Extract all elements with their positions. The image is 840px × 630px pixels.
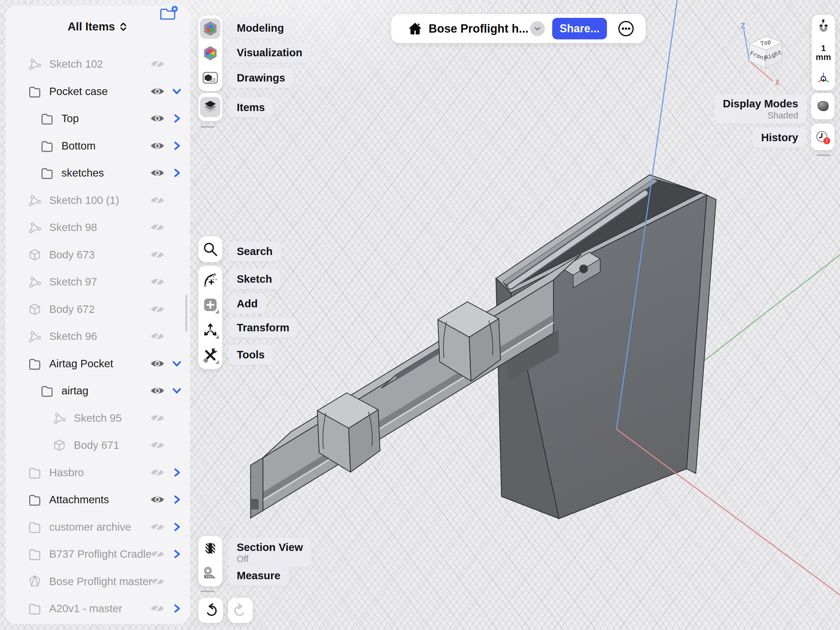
mode-button-visualization[interactable] xyxy=(200,43,221,63)
visibility-toggle[interactable] xyxy=(150,138,165,153)
sidebar-item-sketch-95[interactable]: Sketch 95 xyxy=(6,405,190,432)
toolbar-drag-handle[interactable] xyxy=(201,126,215,128)
sidebar-item-b737-proflight-cradle[interactable]: B737 Proflight Cradle xyxy=(6,540,190,568)
sidebar-item-sketches[interactable]: sketches xyxy=(6,159,190,187)
tools-toolbar xyxy=(198,266,222,369)
color-wheel-icon xyxy=(202,45,219,62)
sidebar-item-hasbro[interactable]: Hasbro xyxy=(6,459,190,486)
expand-chevron[interactable] xyxy=(172,168,182,178)
sidebar-item-body-673[interactable]: Body 673 xyxy=(6,241,190,269)
measure-tape-icon xyxy=(202,565,219,581)
expand-chevron[interactable] xyxy=(172,358,182,369)
new-folder-button[interactable] xyxy=(159,6,178,23)
visibility-toggle[interactable] xyxy=(150,166,165,180)
view-cube[interactable]: Z X Top Front Right xyxy=(736,17,798,88)
grid-unit[interactable]: 1 mm xyxy=(816,44,831,62)
ellipsis-icon[interactable] xyxy=(617,20,635,37)
sidebar-title[interactable]: All Items xyxy=(68,20,115,33)
expand-chevron[interactable] xyxy=(172,549,182,559)
items-button[interactable] xyxy=(200,97,221,117)
document-title[interactable]: Bose Proflight h... xyxy=(429,14,529,43)
tooltip-label: Measure xyxy=(237,570,280,582)
sidebar-item-airtag[interactable]: airtag xyxy=(6,377,190,405)
sidebar-item-sketch-98[interactable]: Sketch 98 xyxy=(6,214,190,241)
expand-chevron[interactable] xyxy=(172,113,182,123)
section-view-icon xyxy=(202,541,219,557)
expand-chevron[interactable] xyxy=(172,467,182,478)
visibility-toggle[interactable] xyxy=(150,57,165,71)
undo-icon xyxy=(203,602,219,618)
visibility-toggle[interactable] xyxy=(150,574,165,589)
sketch-tool-button[interactable] xyxy=(200,269,221,290)
item-label: Sketch 97 xyxy=(49,275,97,288)
add-tool-button[interactable] xyxy=(200,295,221,315)
mode-button-drawings[interactable] xyxy=(200,68,221,88)
visibility-toggle[interactable] xyxy=(150,383,165,398)
item-label: customer archive xyxy=(49,521,131,533)
expand-chevron[interactable] xyxy=(172,141,182,151)
expand-chevron[interactable] xyxy=(172,385,182,396)
visibility-toggle[interactable] xyxy=(150,356,165,371)
sidebar-item-top[interactable]: Top xyxy=(6,105,190,132)
item-type-icon xyxy=(40,384,54,398)
section-view-button[interactable] xyxy=(200,539,221,559)
visibility-toggle[interactable] xyxy=(150,302,165,317)
visibility-toggle[interactable] xyxy=(150,193,165,207)
sidebar-item-airtag-pocket[interactable]: Airtag Pocket xyxy=(6,350,190,377)
visibility-toggle[interactable] xyxy=(150,438,165,453)
search-button[interactable] xyxy=(200,239,221,259)
sidebar-item-a20v1-master[interactable]: A20v1 - master xyxy=(6,595,190,622)
sidebar-item-bottom[interactable]: Bottom xyxy=(6,132,190,160)
right-toolbar-drag-handle[interactable] xyxy=(816,154,831,156)
undo-button[interactable] xyxy=(198,598,223,623)
visibility-toggle[interactable] xyxy=(150,247,165,262)
sidebar-item-sketch-100-1[interactable]: Sketch 100 (1) xyxy=(6,187,190,214)
item-type-icon xyxy=(28,574,42,589)
visibility-toggle[interactable] xyxy=(150,492,165,507)
item-type-icon xyxy=(40,139,54,153)
visibility-toggle[interactable] xyxy=(150,601,165,616)
layers-icon xyxy=(202,99,219,116)
visibility-toggle[interactable] xyxy=(150,84,165,99)
transform-tool-button[interactable] xyxy=(200,320,221,340)
sidebar-scrollbar[interactable] xyxy=(185,295,187,332)
visibility-toggle[interactable] xyxy=(150,111,165,126)
item-label: Hasbro xyxy=(49,466,84,479)
item-type-icon xyxy=(28,302,42,316)
sidebar-item-body-671[interactable]: Body 671 xyxy=(6,432,190,459)
visibility-toggle[interactable] xyxy=(150,220,165,235)
sidebar-item-attachments[interactable]: Attachments xyxy=(6,486,190,513)
expand-chevron[interactable] xyxy=(172,603,182,614)
visibility-toggle[interactable] xyxy=(150,329,165,343)
expand-chevron[interactable] xyxy=(172,86,182,97)
visibility-toggle[interactable] xyxy=(150,411,165,426)
sidebar-item-sketch-96[interactable]: Sketch 96 xyxy=(6,323,190,350)
submenu-corner-triangle xyxy=(215,360,219,364)
sidebar-item-body-672[interactable]: Body 672 xyxy=(6,296,190,323)
redo-button[interactable] xyxy=(228,598,253,623)
history-button[interactable] xyxy=(811,123,834,150)
share-button[interactable]: Share... xyxy=(552,18,607,40)
item-label: Sketch 98 xyxy=(49,221,97,233)
axis-origin-icon[interactable] xyxy=(816,71,831,86)
item-type-icon xyxy=(28,84,42,98)
title-menu-button[interactable] xyxy=(530,21,545,36)
visibility-toggle[interactable] xyxy=(150,465,165,480)
visibility-toggle[interactable] xyxy=(150,519,165,534)
expand-chevron[interactable] xyxy=(172,522,182,532)
magnet-snap-icon[interactable] xyxy=(816,19,831,34)
sidebar-item-sketch-102[interactable]: Sketch 102 xyxy=(6,51,190,78)
sidebar-item-customer-archive[interactable]: customer archive xyxy=(6,513,190,541)
visibility-toggle[interactable] xyxy=(150,274,165,289)
visibility-toggle[interactable] xyxy=(150,547,165,561)
sidebar-item-bose-proflight-master[interactable]: Bose Proflight master xyxy=(6,568,190,595)
display-modes-button[interactable] xyxy=(811,93,834,119)
home-icon[interactable] xyxy=(408,21,422,36)
expand-chevron[interactable] xyxy=(172,494,182,505)
sidebar-item-sketch-97[interactable]: Sketch 97 xyxy=(6,268,190,296)
sidebar-item-pocket-case[interactable]: Pocket case xyxy=(6,78,190,105)
measure-button[interactable] xyxy=(200,563,221,583)
mode-button-modeling[interactable] xyxy=(200,19,221,39)
bottom-toolbar-drag-handle[interactable] xyxy=(201,590,215,592)
tools-button[interactable] xyxy=(200,345,221,366)
